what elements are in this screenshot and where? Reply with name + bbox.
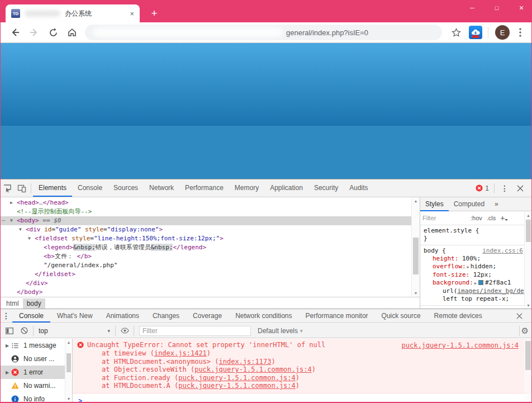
- dom-node[interactable]: </body>: [0, 288, 411, 297]
- inline-style-rule[interactable]: element.style { }: [420, 225, 532, 245]
- styles-scrollbar[interactable]: ▲ ▼: [524, 212, 532, 309]
- address-bar[interactable]: general/index.php?isIE=0: [85, 25, 442, 40]
- css-property[interactable]: overflow:▶hidden;: [424, 263, 532, 271]
- scroll-up-icon[interactable]: ▲: [65, 339, 72, 346]
- expander-down-icon[interactable]: ▼: [19, 225, 22, 234]
- scrollbar-thumb[interactable]: [525, 341, 531, 370]
- window-minimize-button[interactable]: ─: [468, 4, 476, 11]
- bookmark-star-icon[interactable]: [446, 25, 466, 40]
- home-button[interactable]: [63, 25, 82, 40]
- stack-source-link[interactable]: puck.jquery-1.5.1.common.js:4: [194, 366, 312, 373]
- css-url-link[interactable]: images/index_bg/de: [458, 287, 524, 295]
- console-sidebar-item-1-error[interactable]: ▶1 error: [0, 366, 72, 379]
- expander-right-icon[interactable]: ▶: [3, 343, 11, 348]
- devtools-tab-performance[interactable]: Performance: [179, 179, 229, 197]
- color-swatch[interactable]: [478, 280, 483, 285]
- drawer-tab-animations[interactable]: Animations: [99, 309, 146, 323]
- dom-more-icon[interactable]: ⋯: [2, 216, 5, 225]
- window-close-button[interactable]: ×: [517, 3, 525, 12]
- expander-right-icon[interactable]: ▶: [10, 198, 13, 207]
- scrollbar-thumb[interactable]: [413, 238, 419, 274]
- tab-close-icon[interactable]: ×: [130, 10, 134, 17]
- styles-tab-styles[interactable]: Styles: [420, 197, 449, 211]
- devtools-close-icon[interactable]: [513, 181, 528, 196]
- error-source-link[interactable]: puck.jquery-1.5.1.common.js:4: [401, 342, 519, 349]
- devtools-tab-console[interactable]: Console: [72, 179, 108, 197]
- browser-menu-icon[interactable]: [514, 25, 526, 40]
- error-count-badge[interactable]: 1: [476, 184, 489, 192]
- console-sidebar-toggle-icon[interactable]: [2, 324, 17, 338]
- extension-icon[interactable]: [469, 26, 482, 39]
- console-sidebar-item-1-message[interactable]: ▶1 message: [0, 339, 72, 352]
- drawer-tab-what-s-new[interactable]: What's New: [50, 309, 99, 323]
- scroll-up-icon[interactable]: ▲: [412, 197, 420, 205]
- body-style-rule[interactable]: index.css:6 body { height: 100%;overflow…: [420, 245, 532, 306]
- browser-tab[interactable]: TD 办公系统 ×: [6, 4, 140, 22]
- styles-filter-input[interactable]: [422, 214, 466, 222]
- dom-node[interactable]: <!--显示控制面板向导-->: [0, 207, 411, 216]
- expander-right-icon[interactable]: ▶: [467, 265, 469, 269]
- log-levels-dropdown[interactable]: Default levels ▾: [258, 327, 303, 335]
- console-filter-input[interactable]: [139, 326, 251, 336]
- dom-node[interactable]: ⋯▼<body> == $0: [0, 216, 411, 225]
- breadcrumb-html[interactable]: html: [2, 298, 23, 309]
- css-property[interactable]: font-size: 12px;: [424, 271, 532, 279]
- stack-source-link[interactable]: puck.jquery-1.5.1.common.js:4: [178, 382, 296, 390]
- forward-button[interactable]: [25, 25, 44, 40]
- dom-node[interactable]: </fieldset>: [0, 270, 411, 279]
- styles-tab-overflow-icon[interactable]: »: [490, 197, 504, 211]
- devtools-tab-network[interactable]: Network: [144, 179, 179, 197]
- new-style-rule-button[interactable]: +: [500, 214, 505, 222]
- drawer-menu-icon[interactable]: ⋮: [1, 311, 11, 320]
- dom-node[interactable]: <b>文件： </b>: [0, 252, 411, 261]
- device-toolbar-icon[interactable]: [15, 181, 29, 196]
- expander-right-icon[interactable]: ▶: [474, 281, 477, 286]
- new-tab-button[interactable]: +: [146, 6, 162, 21]
- expander-down-icon[interactable]: ▼: [28, 234, 31, 243]
- scroll-down-icon[interactable]: ▼: [412, 290, 420, 297]
- console-sidebar-scrollbar[interactable]: ▲▼: [65, 339, 72, 402]
- elements-scrollbar[interactable]: ▲ ▼: [411, 197, 420, 297]
- dom-node[interactable]: ▼<fieldset style="line-height:150%;font-…: [0, 234, 411, 243]
- class-toggle[interactable]: .cls: [487, 215, 496, 221]
- drawer-close-icon[interactable]: [512, 309, 526, 323]
- profile-avatar[interactable]: E: [495, 25, 510, 40]
- window-maximize-button[interactable]: □: [493, 4, 501, 11]
- console-error-message[interactable]: Uncaught TypeError: Cannot set property …: [73, 339, 532, 393]
- drawer-tab-changes[interactable]: Changes: [146, 309, 186, 323]
- scrollbar-thumb[interactable]: [66, 353, 71, 372]
- styles-tab-computed[interactable]: Computed: [449, 197, 490, 211]
- console-settings-gear-icon[interactable]: ⚙: [521, 326, 529, 336]
- scrollbar-thumb[interactable]: [526, 220, 531, 242]
- drawer-tab-console[interactable]: Console: [12, 309, 50, 323]
- dom-node[interactable]: ▶<head>…</head>: [0, 198, 411, 207]
- reload-button[interactable]: [44, 25, 63, 40]
- expander-down-icon[interactable]: ▼: [10, 216, 13, 225]
- dom-node[interactable]: </div>: [0, 279, 411, 288]
- css-property[interactable]: height: 100%;: [424, 255, 532, 263]
- devtools-tab-elements[interactable]: Elements: [33, 179, 72, 197]
- drawer-tab-coverage[interactable]: Coverage: [186, 309, 229, 323]
- dom-node[interactable]: "/general/index.php": [0, 261, 411, 270]
- dom-node[interactable]: ▼<div id="guide" style="display:none">: [0, 225, 411, 234]
- console-prompt[interactable]: >: [73, 393, 532, 402]
- drawer-tab-performance-monitor[interactable]: Performance monitor: [299, 309, 375, 323]
- stack-source-link[interactable]: index.js:1173: [219, 358, 272, 366]
- devtools-menu-icon[interactable]: ⋮: [500, 184, 510, 193]
- pseudo-state-toggle[interactable]: :hov: [471, 215, 482, 221]
- breadcrumb-body[interactable]: body: [23, 298, 45, 309]
- devtools-tab-sources[interactable]: Sources: [108, 179, 144, 197]
- stack-source-link[interactable]: index.js:1421: [154, 349, 207, 357]
- back-button[interactable]: [6, 25, 25, 40]
- drawer-tab-quick-source[interactable]: Quick source: [375, 309, 428, 323]
- eye-icon[interactable]: [117, 324, 132, 338]
- devtools-tab-security[interactable]: Security: [308, 179, 344, 197]
- inspect-element-icon[interactable]: [0, 181, 15, 196]
- devtools-tab-application[interactable]: Application: [264, 179, 308, 197]
- stylesheet-source-link[interactable]: index.css:6: [482, 247, 523, 254]
- devtools-tab-memory[interactable]: Memory: [229, 179, 264, 197]
- expander-right-icon[interactable]: ▶: [3, 370, 11, 375]
- console-scrollbar[interactable]: [524, 339, 532, 402]
- css-property[interactable]: background:▶#2f8ac1: [424, 279, 532, 287]
- drawer-tab-network-conditions[interactable]: Network conditions: [229, 309, 298, 323]
